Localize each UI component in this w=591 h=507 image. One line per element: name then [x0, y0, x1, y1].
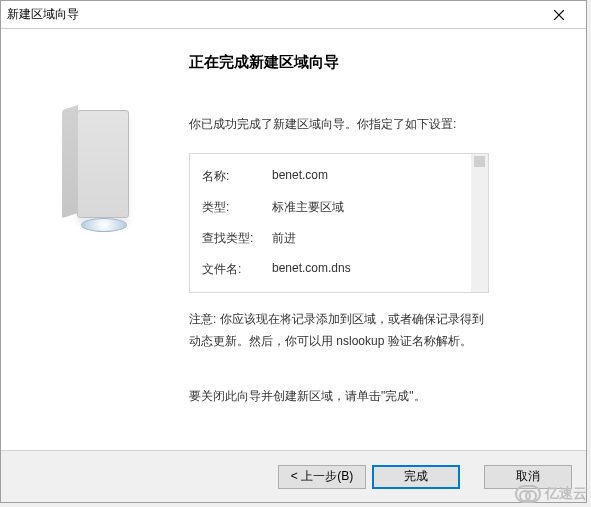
notice-text: 注意: 你应该现在将记录添加到区域，或者确保记录得到动态更新。然后，你可以用 n… — [189, 309, 489, 352]
titlebar: 新建区域向导 — [1, 1, 586, 29]
intro-text: 你已成功完成了新建区域向导。你指定了如下设置: — [189, 116, 568, 133]
setting-row-name: 名称: benet.com — [202, 168, 476, 185]
value-file: benet.com.dns — [272, 261, 351, 278]
setting-row-file: 文件名: benet.com.dns — [202, 261, 476, 278]
wizard-dialog: 新建区域向导 正在完成新建区域向导 你已成功完成了新建区域向导。你指定了如下设置… — [0, 0, 587, 503]
left-pane — [15, 47, 185, 440]
wizard-body: 正在完成新建区域向导 你已成功完成了新建区域向导。你指定了如下设置: 名称: b… — [1, 29, 586, 450]
scroll-up-arrow[interactable] — [474, 156, 485, 167]
settings-summary: 名称: benet.com 类型: 标准主要区域 查找类型: 前进 文件名: b… — [189, 153, 489, 293]
page-heading: 正在完成新建区域向导 — [189, 53, 568, 72]
value-type: 标准主要区域 — [272, 199, 344, 216]
right-pane: 正在完成新建区域向导 你已成功完成了新建区域向导。你指定了如下设置: 名称: b… — [185, 47, 572, 440]
close-button[interactable] — [538, 2, 580, 28]
cancel-button[interactable]: 取消 — [484, 465, 572, 489]
label-file: 文件名: — [202, 261, 272, 278]
label-name: 名称: — [202, 168, 272, 185]
setting-row-type: 类型: 标准主要区域 — [202, 199, 476, 216]
value-lookup: 前进 — [272, 230, 296, 247]
value-name: benet.com — [272, 168, 328, 185]
finish-button[interactable]: 完成 — [372, 465, 460, 489]
server-image — [55, 102, 145, 232]
button-row: < 上一步(B) 完成 取消 — [1, 450, 586, 502]
close-icon — [554, 10, 564, 20]
scrollbar[interactable] — [471, 154, 488, 292]
setting-row-lookup: 查找类型: 前进 — [202, 230, 476, 247]
back-button[interactable]: < 上一步(B) — [278, 465, 366, 489]
label-type: 类型: — [202, 199, 272, 216]
label-lookup: 查找类型: — [202, 230, 272, 247]
window-title: 新建区域向导 — [7, 6, 538, 23]
final-instruction: 要关闭此向导并创建新区域，请单击"完成"。 — [189, 388, 568, 405]
